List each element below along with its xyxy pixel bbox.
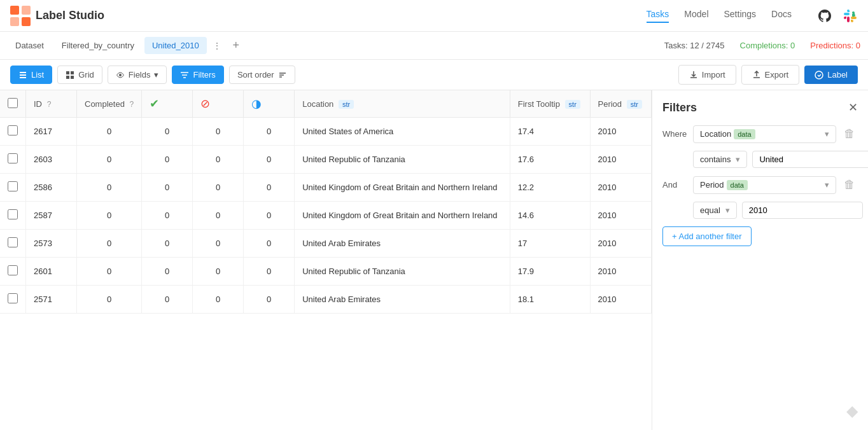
nav-settings[interactable]: Settings	[724, 9, 757, 23]
table-row: 2601 0 0 0 0 United Republic of Tanzania…	[0, 258, 652, 286]
row-id: 2603	[26, 146, 77, 174]
table-row: 2586 0 0 0 0 United Kingdom of Great Bri…	[0, 174, 652, 202]
filter-and-row: And Period data ▾ 🗑	[662, 176, 858, 194]
row-c2: 0	[193, 202, 244, 230]
filter-value-1[interactable]	[752, 151, 868, 168]
label-button[interactable]: Label	[804, 66, 858, 84]
tasks-count: Tasks: 12 / 2745	[664, 41, 725, 50]
th-cancel-icon-col: ⊘	[193, 90, 244, 118]
grid-icon	[66, 71, 74, 80]
filter-and-label: And	[662, 180, 688, 190]
svg-rect-0	[10, 6, 19, 15]
data-table-container: ID ? Completed ? ✔ ⊘ ◑	[0, 90, 652, 430]
svg-rect-6	[20, 77, 26, 78]
row-first-tooltip: 17.4	[510, 118, 590, 146]
nav-docs[interactable]: Docs	[771, 9, 792, 23]
export-icon	[752, 71, 761, 80]
table-row: 2571 0 0 0 0 United Arab Emirates 18.1 2…	[0, 286, 652, 314]
row-first-tooltip: 17	[510, 230, 590, 258]
filter-panel: Filters ✕ Where Location data ▾ 🗑 contai…	[652, 90, 868, 430]
row-checkbox[interactable]	[8, 293, 18, 303]
th-location: Location str	[295, 90, 510, 118]
row-c1: 0	[142, 230, 193, 258]
filter-1-delete-button[interactable]: 🗑	[841, 125, 858, 143]
row-id: 2587	[26, 202, 77, 230]
row-checkbox[interactable]	[8, 125, 18, 135]
filter-operator-2[interactable]: equal ▾	[693, 202, 737, 219]
eye-icon	[116, 71, 125, 80]
row-c2: 0	[193, 174, 244, 202]
tab-filtered-label: Filtered_by_country	[62, 41, 134, 50]
completions-count: Completions: 0	[740, 41, 795, 50]
filter-field-2-name: Period	[700, 180, 724, 190]
tab-menu-button[interactable]: ⋮	[209, 38, 225, 53]
list-icon	[18, 71, 27, 80]
svg-rect-5	[20, 74, 26, 76]
export-button[interactable]: Export	[741, 65, 800, 85]
filter-field-1[interactable]: Location data ▾	[693, 125, 836, 143]
filter-2-delete-button[interactable]: 🗑	[841, 176, 858, 194]
row-c1: 0	[142, 202, 193, 230]
row-checkbox-cell	[0, 146, 26, 174]
th-period-badge: str	[627, 100, 642, 109]
row-first-tooltip: 18.1	[510, 286, 590, 314]
row-id: 2573	[26, 230, 77, 258]
row-c1: 0	[142, 118, 193, 146]
row-first-tooltip: 17.9	[510, 258, 590, 286]
row-checkbox[interactable]	[8, 153, 18, 163]
table-row: 2587 0 0 0 0 United Kingdom of Great Bri…	[0, 202, 652, 230]
watermark: ◆	[846, 402, 858, 420]
export-label: Export	[765, 70, 789, 80]
filter-field-2[interactable]: Period data ▾	[693, 176, 836, 194]
sort-icon	[278, 71, 287, 80]
row-completed: 0	[77, 118, 142, 146]
row-location: United Kingdom of Great Britain and Nort…	[295, 202, 510, 230]
row-c3: 0	[244, 230, 295, 258]
tab-united[interactable]: United_2010	[144, 37, 207, 54]
tab-info: Tasks: 12 / 2745 Completions: 0 Predicti…	[664, 41, 860, 50]
filter-field-2-badge: data	[727, 180, 748, 190]
list-view-button[interactable]: List	[10, 66, 52, 84]
filter-value-2[interactable]	[742, 202, 863, 219]
github-icon[interactable]	[817, 8, 832, 24]
row-completed: 0	[77, 174, 142, 202]
import-button[interactable]: Import	[678, 65, 736, 85]
grid-view-button[interactable]: Grid	[57, 66, 102, 84]
sort-order-button[interactable]: Sort order	[229, 66, 295, 84]
nav-model[interactable]: Model	[684, 9, 708, 23]
filter-operator-row-2: equal ▾	[693, 202, 858, 219]
row-c2: 0	[193, 146, 244, 174]
table-row: 2617 0 0 0 0 United States of America 17…	[0, 118, 652, 146]
select-all-checkbox[interactable]	[8, 98, 18, 108]
row-first-tooltip: 17.6	[510, 146, 590, 174]
row-period: 2010	[590, 230, 652, 258]
add-filter-button[interactable]: + Add another filter	[662, 226, 752, 246]
th-completed: Completed ?	[77, 90, 142, 118]
th-location-label: Location	[302, 99, 333, 109]
predictions-count: Predictions: 0	[810, 41, 860, 50]
fields-button[interactable]: Fields ▾	[108, 66, 167, 84]
row-period: 2010	[590, 118, 652, 146]
filter-operator-1[interactable]: contains ▾	[693, 151, 747, 168]
row-checkbox[interactable]	[8, 265, 18, 275]
tab-add-button[interactable]: +	[227, 37, 245, 55]
filter-field-1-name: Location	[700, 129, 731, 139]
row-c3: 0	[244, 202, 295, 230]
app-title: Label Studio	[36, 9, 104, 22]
nav-icons	[817, 8, 858, 24]
row-checkbox[interactable]	[8, 181, 18, 191]
row-checkbox[interactable]	[8, 237, 18, 247]
slack-icon[interactable]	[843, 8, 858, 24]
row-c2: 0	[193, 230, 244, 258]
th-half-icon-col: ◑	[244, 90, 295, 118]
filter-close-button[interactable]: ✕	[848, 101, 858, 114]
th-id: ID ?	[26, 90, 77, 118]
tab-filtered[interactable]: Filtered_by_country	[54, 37, 142, 54]
row-checkbox-cell	[0, 202, 26, 230]
filters-button[interactable]: Filters	[172, 66, 223, 84]
row-c3: 0	[244, 118, 295, 146]
row-checkbox[interactable]	[8, 209, 18, 219]
tab-dataset[interactable]: Dataset	[8, 37, 52, 54]
nav-tasks[interactable]: Tasks	[647, 9, 669, 23]
row-location: United Arab Emirates	[295, 230, 510, 258]
